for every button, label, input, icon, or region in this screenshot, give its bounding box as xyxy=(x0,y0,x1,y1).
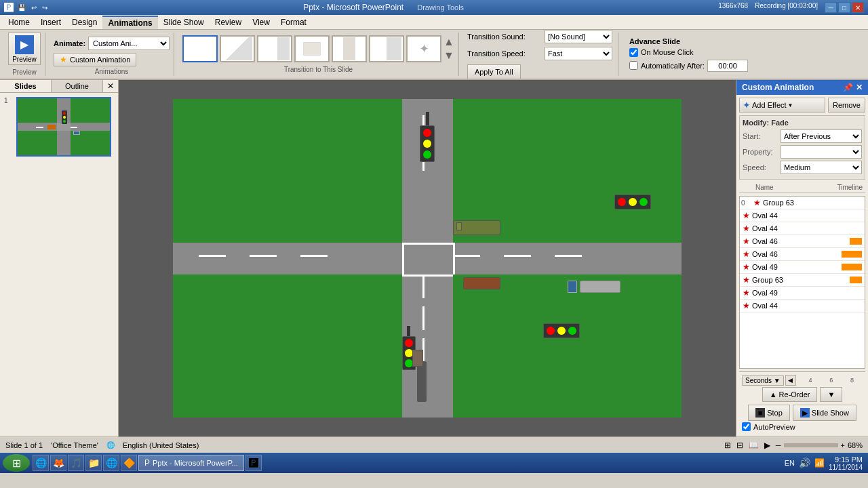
scroll-left-button[interactable]: ◀ xyxy=(785,375,796,386)
auto-after-checkbox[interactable] xyxy=(629,61,638,70)
zoom-in-button[interactable]: + xyxy=(841,441,845,449)
auto-time-input[interactable] xyxy=(707,60,748,72)
taskbar-browser-2[interactable]: 🦊 xyxy=(50,455,66,471)
view-slideshow-icon[interactable]: ▶ xyxy=(764,441,770,450)
sound-select[interactable]: [No Sound] xyxy=(545,30,612,43)
taskbar-media[interactable]: 🎵 xyxy=(68,455,84,471)
anim-bar xyxy=(842,251,862,258)
close-button[interactable]: ✕ xyxy=(852,2,864,13)
titlebar-left: 🅿 💾 ↩ ↪ xyxy=(4,2,49,13)
menu-design[interactable]: Design xyxy=(66,16,102,28)
add-effect-button[interactable]: ✦ Add Effect ▼ xyxy=(739,98,825,113)
slide-thumbnail[interactable] xyxy=(16,97,111,157)
apply-to-all-button[interactable]: Apply To All xyxy=(467,64,521,79)
reorder-up-button[interactable]: ▲ Re-Order xyxy=(762,387,818,402)
taskbar-pp-icon[interactable]: 🅿 xyxy=(245,455,262,471)
transition-6[interactable] xyxy=(369,35,404,62)
transition-2[interactable] xyxy=(220,35,255,62)
seconds-dropdown[interactable]: Seconds ▼ xyxy=(742,375,784,386)
quick-access-save[interactable]: 💾 xyxy=(16,4,27,12)
pin-button[interactable]: 📌 xyxy=(843,83,853,92)
zoom-out-button[interactable]: ─ xyxy=(776,441,781,449)
menu-home[interactable]: Home xyxy=(3,16,35,28)
speed-select[interactable]: Fast xyxy=(545,47,612,60)
anim-item-group63-2[interactable]: ★ Group 63 xyxy=(740,274,865,287)
taskbar-sound-icon[interactable]: 🔊 xyxy=(799,458,810,468)
view-slide-sorter-icon[interactable]: ⊟ xyxy=(736,441,743,450)
taskbar-apps: 🌐 🦊 🎵 📁 🌐 🔶 P Pptx - Microsoft PowerP...… xyxy=(33,455,782,471)
maximize-button[interactable]: □ xyxy=(838,2,850,13)
transition-scroll-down[interactable]: ▼ xyxy=(443,49,454,62)
taskbar-browser-3[interactable]: 🌐 xyxy=(103,455,119,471)
anim-item-group63-1[interactable]: 0 ★ Group 63 xyxy=(740,197,865,209)
quick-access-redo[interactable]: ↪ xyxy=(41,4,49,12)
reorder-row: ▲ Re-Order ▼ xyxy=(742,387,863,402)
reorder-down-button[interactable]: ▼ xyxy=(820,387,842,402)
anim-item-oval46-1[interactable]: ★ Oval 46 xyxy=(740,235,865,248)
zoom-slider[interactable] xyxy=(784,443,838,447)
tab-slides[interactable]: Slides xyxy=(0,80,52,92)
property-label: Property: xyxy=(743,148,778,156)
quick-access-undo[interactable]: ↩ xyxy=(30,4,38,12)
start-button[interactable]: ⊞ xyxy=(3,454,30,472)
minimize-button[interactable]: ─ xyxy=(825,2,837,13)
remove-button[interactable]: Remove xyxy=(828,98,865,113)
start-select[interactable]: After Previous xyxy=(781,129,862,143)
language-name: English (United States) xyxy=(123,441,199,449)
anim-item-oval49-2[interactable]: ★ Oval 49 xyxy=(740,287,865,300)
transition-4[interactable] xyxy=(294,35,330,62)
view-normal-icon[interactable]: ⊞ xyxy=(724,441,731,450)
property-select[interactable] xyxy=(781,145,862,159)
transition-7[interactable]: ✦ xyxy=(406,35,441,62)
canvas-area[interactable]: Click to add notes xyxy=(119,80,736,436)
slide-show-button[interactable]: ▶ Slide Show xyxy=(793,405,856,421)
resolution-display: 1366x768 xyxy=(718,2,748,13)
taskbar-powerpoint[interactable]: P Pptx - Microsoft PowerP... xyxy=(138,455,244,471)
anim-bar xyxy=(842,264,862,270)
menu-animations[interactable]: Animations xyxy=(102,16,157,29)
taskbar-browser-1[interactable]: 🌐 xyxy=(33,455,49,471)
taskbar-clock: 9:15 PM 11/11/2014 xyxy=(829,455,863,471)
slides-panel: Slides Outline ✕ 1 xyxy=(0,80,119,436)
anim-name: Oval 44 xyxy=(752,224,862,232)
menu-review[interactable]: Review xyxy=(210,16,247,28)
preview-icon: ▶ xyxy=(15,35,34,54)
taskbar-network-icon[interactable]: 📶 xyxy=(814,458,825,468)
start-label: Start: xyxy=(743,132,778,140)
anim-item-oval44-3[interactable]: ★ Oval 44 xyxy=(740,300,865,312)
anim-item-oval46-2[interactable]: ★ Oval 46 xyxy=(740,248,865,261)
transition-3[interactable] xyxy=(257,35,292,62)
anim-star-icon: ★ xyxy=(743,275,750,285)
preview-button[interactable]: ▶ Preview xyxy=(8,33,41,65)
panel-close-button[interactable]: ✕ xyxy=(103,80,118,92)
animate-dropdown[interactable]: Custom Ani... xyxy=(88,37,170,50)
menu-view[interactable]: View xyxy=(247,16,275,28)
on-mouse-click-row: On Mouse Click xyxy=(629,48,748,57)
view-reading-icon[interactable]: 📖 xyxy=(749,441,759,450)
autopreview-checkbox[interactable] xyxy=(742,422,751,431)
custom-animation-label: Custom Animation xyxy=(70,56,130,64)
slideshow-icon: ▶ xyxy=(800,408,810,418)
custom-animation-button[interactable]: ★ Custom Animation xyxy=(54,53,136,66)
transition-options: Transition Sound: [No Sound] Transition … xyxy=(467,33,618,76)
tab-outline[interactable]: Outline xyxy=(52,80,103,92)
transition-scroll-up[interactable]: ▲ xyxy=(443,36,454,48)
powerpoint-label: Pptx - Microsoft PowerP... xyxy=(153,459,238,467)
menu-slideshow[interactable]: Slide Show xyxy=(158,16,210,28)
speed-select[interactable]: Medium xyxy=(781,161,862,174)
taskbar-folder[interactable]: 📁 xyxy=(85,455,102,471)
stop-button[interactable]: ■ Stop xyxy=(748,405,790,421)
anim-item-oval44-2[interactable]: ★ Oval 44 xyxy=(740,222,865,235)
on-mouse-click-checkbox[interactable] xyxy=(629,48,638,57)
menu-format[interactable]: Format xyxy=(275,16,312,28)
transition-5[interactable] xyxy=(332,35,367,62)
taskbar-language: EN xyxy=(785,459,795,467)
menu-insert[interactable]: Insert xyxy=(35,16,66,28)
anim-panel-close[interactable]: ✕ xyxy=(856,83,863,92)
stop-label: Stop xyxy=(767,409,783,417)
anim-item-oval49-1[interactable]: ★ Oval 49 xyxy=(740,261,865,274)
taskbar-app-5[interactable]: 🔶 xyxy=(121,455,137,471)
advance-slide-group: Advance Slide On Mouse Click Automatical… xyxy=(624,33,748,76)
transition-none[interactable] xyxy=(182,35,218,62)
anim-item-oval44-1[interactable]: ★ Oval 44 xyxy=(740,209,865,222)
